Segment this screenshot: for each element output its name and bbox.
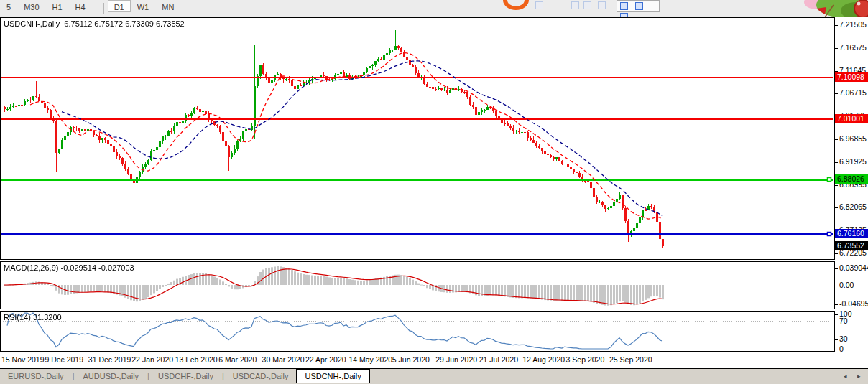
chart-title: USDCNH-,Daily 6.75112 6.75172 6.73309 6.… (4, 19, 185, 28)
timeframe-button-h1[interactable]: H1 (46, 0, 69, 11)
time-axis-label: 22 Apr 2020 (305, 355, 346, 364)
watermark-icon (535, 1, 543, 9)
axis-tick (835, 48, 838, 49)
axis-tick (835, 339, 838, 340)
tab-audusd[interactable]: AUDUSD-,Daily (75, 369, 147, 383)
level-price-tag: 7.10098 (835, 72, 868, 82)
macd-panel: MACD(12,26,9) -0.029514 -0.027003 (0, 261, 835, 309)
time-axis-label: 13 Feb 2020 (175, 355, 218, 364)
tab-usdchf[interactable]: USDCHF-,Daily (150, 369, 221, 383)
macd-axis-label: 0.039044 (835, 263, 868, 272)
time-axis-label: 29 Jun 2020 (435, 355, 477, 364)
axis-tick (835, 207, 838, 208)
grid-icon[interactable] (620, 2, 628, 10)
current-price-tag: 6.73552 (835, 241, 868, 250)
axis-tick (835, 304, 838, 305)
tab-scroll-right-icon[interactable]: ▸ (857, 373, 861, 380)
tab-separator: | (147, 372, 149, 380)
timeframe-button-w1[interactable]: W1 (131, 0, 156, 11)
axis-tick (835, 286, 838, 286)
rsi-axis-label: 30 (835, 334, 848, 343)
axis-tick (835, 93, 838, 94)
timeframe-buttons: 5M30H1H4D1W1MN (0, 3, 180, 11)
watermark-icon (571, 1, 579, 9)
time-axis-label: 22 Jan 2020 (131, 355, 173, 364)
axis-tick (835, 139, 838, 140)
time-axis-label: 9 Dec 2019 (45, 355, 83, 364)
time-axis-label: 15 Nov 2019 (1, 355, 45, 364)
timeframe-button-mn[interactable]: MN (155, 0, 180, 11)
logo-swoosh-icon (502, 0, 530, 10)
chart-tab-bar: EURUSD-,Daily|AUDUSD-,Daily|USDCHF-,Dail… (0, 368, 868, 384)
rsi-axis-label: 0 (835, 345, 844, 353)
time-axis-label: 5 Jun 2020 (392, 355, 430, 364)
price-axis-label: 6.91925 (835, 157, 867, 166)
time-axis-label: 14 May 2020 (348, 355, 392, 364)
watermark-icon (598, 1, 606, 9)
time-axis-label: 12 Aug 2020 (522, 355, 565, 364)
tab-usdcnh[interactable]: USDCNH-,Daily (296, 369, 369, 383)
level-price-tag: 6.88026 (835, 174, 868, 184)
level-price-tag: 6.76160 (835, 229, 868, 238)
tab-separator: | (222, 372, 224, 380)
axis-tick (835, 71, 838, 72)
axis-tick (835, 25, 838, 26)
tab-separator: | (73, 372, 75, 380)
macd-axis-label: -0.046959 (835, 299, 868, 308)
price-axis-label: 6.82065 (835, 202, 867, 211)
timeframe-button-d1[interactable]: D1 (108, 0, 131, 12)
mini-toolbar (617, 0, 660, 12)
timeframe-button-5[interactable]: 5 (0, 0, 17, 11)
price-chart-panel: USDCNH-,Daily 6.75112 6.75172 6.73309 6.… (0, 17, 835, 260)
level-price-tag: 7.01001 (835, 114, 868, 123)
time-axis: 15 Nov 20199 Dec 201931 Dec 201922 Jan 2… (0, 352, 835, 367)
price-axis-label: 7.21505 (835, 20, 867, 29)
price-chart-canvas[interactable] (1, 18, 833, 258)
price-axis-label: 6.96855 (835, 134, 867, 143)
time-axis-label: 31 Dec 2019 (88, 355, 131, 364)
tab-usdcad[interactable]: USDCAD-,Daily (225, 369, 297, 383)
watermark-icon (583, 1, 591, 9)
axis-tick (835, 350, 838, 350)
tab-scroll-left-icon[interactable]: ◂ (844, 373, 847, 380)
time-axis-label: 30 Mar 2020 (262, 355, 305, 364)
time-axis-label: 6 Mar 2020 (218, 355, 257, 364)
rsi-label: RSI(14) 31.3200 (4, 313, 62, 322)
macd-label: MACD(12,26,9) -0.029514 -0.027003 (4, 263, 134, 272)
axis-tick (835, 314, 838, 315)
price-axis-label: 7.16575 (835, 43, 867, 52)
axis-tick (835, 162, 838, 163)
price-axis-label: 7.06715 (835, 88, 867, 97)
axis-tick (835, 322, 838, 322)
price-axis: 7.215057.165757.116457.067157.017856.968… (835, 17, 868, 352)
timeframe-toolbar: 5M30H1H4D1W1MN (0, 0, 868, 17)
tab-eurusd[interactable]: EURUSD-,Daily (0, 369, 72, 383)
rsi-canvas[interactable] (1, 312, 833, 350)
chart-tabs: EURUSD-,Daily|AUDUSD-,Daily|USDCHF-,Dail… (0, 372, 370, 380)
timeframe-button-h4[interactable]: H4 (69, 0, 92, 11)
toolbar-separator (96, 3, 96, 14)
macd-axis-label: 0.00 (835, 281, 854, 289)
time-axis-label: 3 Sep 2020 (566, 355, 605, 364)
axis-tick (835, 185, 838, 186)
rsi-panel: RSI(14) 31.3200 (0, 311, 835, 352)
rsi-axis-label: 70 (835, 317, 848, 325)
mt4-window: 5M30H1H4D1W1MN USDCNH-,Daily 6.75112 6.7… (0, 0, 868, 384)
toolbar-separator (103, 3, 104, 14)
axis-tick (835, 253, 838, 254)
window-icon[interactable] (635, 2, 643, 10)
time-axis-label: 21 Jul 2020 (479, 355, 518, 364)
time-axis-label: 25 Sep 2020 (609, 355, 652, 364)
axis-tick (835, 268, 838, 269)
timeframe-button-m30[interactable]: M30 (17, 0, 45, 11)
